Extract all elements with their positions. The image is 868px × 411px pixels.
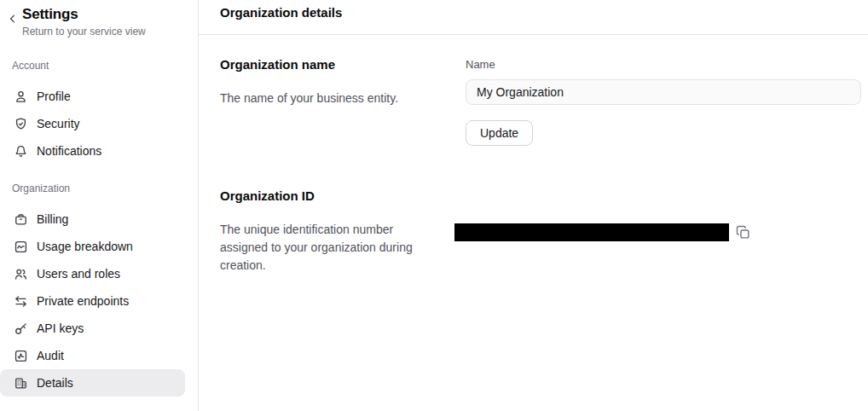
- sidebar-header: Settings Return to your service view: [0, 0, 198, 38]
- organization-id-section: Organization ID The unique identificatio…: [220, 189, 861, 275]
- organization-id-description: The unique identification number assigne…: [220, 221, 431, 275]
- organization-name-heading: Organization name: [220, 58, 431, 72]
- organization-id-info: Organization ID The unique identificatio…: [220, 189, 431, 275]
- sidebar-item-security[interactable]: Security: [0, 110, 185, 137]
- user-icon: [14, 90, 28, 104]
- name-field-label: Name: [466, 58, 861, 72]
- chart-wave-icon: [14, 240, 28, 254]
- sidebar-item-audit[interactable]: Audit: [0, 342, 185, 369]
- building-icon: [14, 376, 28, 391]
- sidebar-item-private-endpoints[interactable]: Private endpoints: [0, 287, 185, 315]
- sidebar-item-label: Users and roles: [37, 267, 120, 281]
- copy-organization-id-button[interactable]: [736, 225, 750, 240]
- sidebar-title-block: Settings Return to your service view: [22, 5, 146, 38]
- main-panel: Organization details Organization name T…: [199, 0, 868, 411]
- sidebar-item-profile[interactable]: Profile: [0, 83, 185, 110]
- sidebar-item-label: Billing: [37, 212, 68, 226]
- sidebar-item-label: Security: [37, 117, 80, 130]
- sidebar-item-label: Profile: [37, 90, 71, 103]
- sidebar-item-label: Notifications: [37, 144, 101, 158]
- organization-name-description: The name of your business entity.: [220, 90, 431, 107]
- organization-name-info: Organization name The name of your busin…: [220, 58, 431, 146]
- section-label-account: Account: [12, 60, 186, 72]
- sidebar-item-usage-breakdown[interactable]: Usage breakdown: [0, 233, 185, 260]
- sidebar-item-label: Private endpoints: [37, 294, 129, 308]
- sidebar-item-api-keys[interactable]: API keys: [0, 315, 185, 342]
- organization-id-row: [454, 223, 861, 241]
- main-header: Organization details: [199, 0, 868, 35]
- section-label-organization: Organization: [12, 182, 186, 194]
- organization-id-redacted-value: [454, 223, 729, 241]
- sidebar-item-label: Details: [37, 376, 73, 390]
- sidebar-item-label: API keys: [37, 321, 84, 335]
- copy-icon: [736, 225, 750, 240]
- organization-name-section: Organization name The name of your busin…: [220, 58, 861, 146]
- back-button[interactable]: [3, 11, 22, 28]
- sidebar-item-label: Audit: [37, 349, 64, 362]
- update-button[interactable]: Update: [466, 120, 533, 146]
- bell-icon: [14, 144, 28, 159]
- arrows-right-left-icon: [14, 294, 28, 309]
- organization-name-form: Name Update: [466, 58, 861, 146]
- sidebar-item-notifications[interactable]: Notifications: [0, 137, 185, 165]
- organization-id-heading: Organization ID: [220, 189, 431, 203]
- activity-square-icon: [14, 349, 28, 363]
- wallet-icon: [14, 212, 28, 227]
- chevron-left-icon: [7, 13, 19, 27]
- page-title: Organization details: [220, 6, 868, 19]
- organization-id-value-area: [466, 189, 861, 275]
- sidebar-item-details[interactable]: Details: [0, 369, 185, 397]
- sidebar-title: Settings: [22, 5, 146, 23]
- details-content: Organization name The name of your busin…: [199, 35, 868, 275]
- key-icon: [14, 321, 28, 336]
- sidebar-item-billing[interactable]: Billing: [0, 206, 185, 233]
- sidebar-item-users-and-roles[interactable]: Users and roles: [0, 260, 185, 287]
- settings-sidebar: Settings Return to your service view Acc…: [0, 0, 199, 411]
- organization-name-input[interactable]: [466, 79, 861, 105]
- sidebar-subtitle: Return to your service view: [22, 26, 146, 38]
- shield-check-icon: [14, 117, 28, 131]
- sidebar-item-label: Usage breakdown: [37, 240, 133, 253]
- users-icon: [14, 267, 28, 281]
